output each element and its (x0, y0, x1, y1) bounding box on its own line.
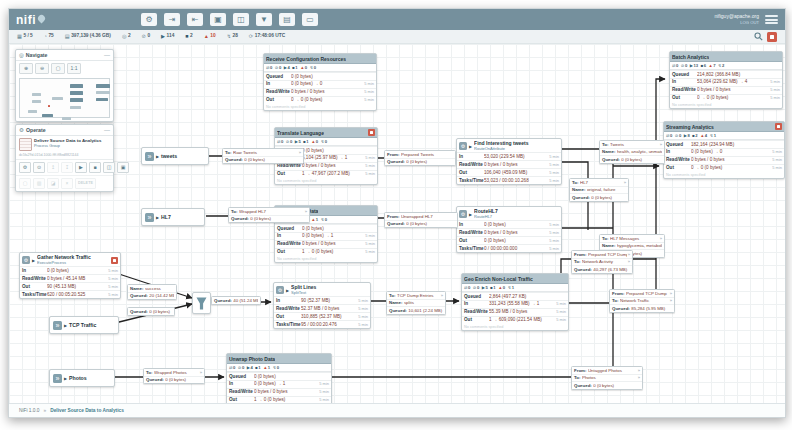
remote-process-group-tool[interactable]: ◫ (233, 13, 249, 26)
connection-label-success[interactable]: Name:successQueued:20 (14.42 MB) (127, 284, 177, 300)
zoom-in-button[interactable]: ⊕ (19, 63, 33, 74)
process-group-geo-enrich-non-local-traffic[interactable]: Geo Enrich Non-Local Traffic⇄0⊘0▶5■1▲0↯1… (461, 273, 569, 331)
nifi-logo[interactable]: nifi (16, 14, 45, 26)
go-to-component-icon[interactable]: » (628, 252, 630, 257)
go-to-component-icon[interactable]: » (628, 259, 630, 264)
go-to-component-icon[interactable]: » (638, 368, 640, 373)
zoom-actual-button[interactable]: 1:1 (67, 63, 81, 74)
header-right: nifiguy@apache.org LOG OUT (714, 13, 778, 25)
port-icon: » (53, 321, 62, 330)
process-group-stat-label: Queued (464, 294, 489, 300)
connection-label-tcp-queue[interactable]: Queued:0 (0 bytes) (127, 307, 175, 316)
process-group-stat-row: In0 (0 bytes) → 05 min (264, 80, 376, 88)
go-to-component-icon[interactable]: » (200, 370, 202, 375)
process-group-stat-label: Read/Write (666, 157, 691, 163)
processor-stat-period: 5 min (549, 170, 559, 175)
processor-tool[interactable]: ⚙ (141, 13, 157, 26)
template-create-button[interactable]: ▣ (117, 162, 129, 173)
connection-label-funnel-queue[interactable]: Queued:40 (51.24 MB) (211, 296, 261, 305)
processor-routehl7[interactable]: ⚙▶RouteHL7RouteHL7In0 (0 bytes)5 minRead… (456, 206, 562, 253)
connection-field-label: Queued: (146, 377, 164, 383)
go-to-component-icon[interactable]: » (305, 209, 307, 214)
template-tool[interactable]: ▤ (279, 13, 295, 26)
connection-label-untagged-photos[interactable]: From:Untagged Photos»To:Photos»Queued:0 … (571, 366, 643, 390)
connection-label-row: To:HL7» (570, 179, 628, 186)
output-port-tool[interactable]: ⇤ (187, 13, 203, 26)
processor-stat-row: Out0 (0 bytes)5 min (457, 236, 561, 244)
bulletin-indicator[interactable] (767, 32, 777, 42)
connection-label-raw-tweets[interactable]: To:Raw Tweets»Queued:0 (0 bytes) (222, 148, 304, 164)
input-port-hl7[interactable]: »▶HL7 (141, 208, 205, 226)
process-group-streaming-analytics[interactable]: Streaming Analytics⇄0⊘0▶8■2▲4↯1Queued182… (663, 121, 785, 179)
go-to-component-icon[interactable]: » (624, 180, 626, 185)
template-upload-button[interactable]: ◫ (103, 162, 115, 173)
processor-stat-label: Tasks/Time (459, 178, 484, 184)
run-state-icon: ▶ (64, 323, 67, 328)
connection-label-prepared-tweets[interactable]: From:Prepared TweetsQueued:0 (0 bytes) (384, 150, 456, 166)
birdseye-node (70, 84, 83, 88)
policies-button[interactable]: ⊙ (33, 162, 45, 173)
zoom-out-button[interactable]: ⊖ (35, 63, 49, 74)
connection-field-value: HL7 (580, 180, 623, 186)
search-button[interactable] (754, 32, 763, 41)
collapse-operate-button[interactable]: — (104, 127, 110, 133)
processor-gather-network-traffic[interactable]: ⚙▶Gather Network TrafficExecuteProcessIn… (19, 252, 121, 299)
connection-label-unwrapped-hl7[interactable]: From:Unwrapped HL7Queued:0 (0 bytes) (384, 212, 458, 228)
start-button[interactable]: ▶ (75, 162, 87, 173)
processor-stat-period: 5 min (549, 162, 559, 167)
input-port-tweets[interactable]: »▶tweets (141, 147, 209, 165)
process-group-receive-configuration-resources[interactable]: Receive Configuration Resources⇄0⊘0▶4■1▲… (263, 53, 377, 111)
go-to-component-icon[interactable]: » (299, 150, 301, 155)
funnel-tool[interactable]: ▼ (256, 13, 272, 26)
input-port-tcp-traffic[interactable]: »▶TCP Traffic (49, 316, 119, 334)
process-group-stat-label: In (672, 79, 697, 85)
bulletin-icon[interactable] (368, 129, 375, 136)
connection-field-label: Queued: (389, 308, 407, 314)
connection-label-wrapped-hl7[interactable]: To:Wrapped HL7»Queued:0 (0 bytes) (228, 207, 310, 223)
connection-label-network-traffic[interactable]: From:Prepared TCP Dump»To:Network Traffi… (609, 289, 675, 313)
run-state-icon: ▶ (286, 288, 289, 293)
process-group-tool[interactable]: ▣ (210, 13, 226, 26)
stop-button[interactable]: ■ (89, 162, 101, 173)
connection-label-network-activity[interactable]: From:Prepared TCP Dump»To:Network Activi… (571, 250, 633, 274)
go-to-component-icon[interactable]: » (670, 291, 672, 296)
go-to-component-icon[interactable]: » (660, 236, 662, 241)
process-group-stat-label: Out (277, 249, 302, 255)
connection-field-value: health, analytic, unmatched (617, 149, 662, 155)
go-to-component-icon[interactable]: » (441, 293, 443, 298)
bulletin-icon[interactable] (111, 257, 118, 264)
transmitting-remote-groups-icon: ◎ (122, 34, 127, 39)
connection-label-tcp-dump-entries[interactable]: To:TCP Dump Entries»Name:splitsQueued:10… (386, 291, 446, 315)
funnel[interactable] (192, 292, 211, 314)
connection-label-wrapped-photos[interactable]: To:Wrapped Photos»Queued:0 (0 bytes) (143, 368, 205, 384)
processor-stat-value: 0 bytes / 45.14 MB (47, 276, 106, 282)
go-to-component-icon[interactable]: » (660, 142, 662, 147)
collapse-navigate-button[interactable]: — (104, 52, 110, 58)
label-tool[interactable]: ▭ (302, 13, 318, 26)
flow-canvas[interactable]: Receive Configuration Resources⇄0⊘0▶4■1▲… (9, 44, 785, 403)
processor-stat-label: In (459, 222, 484, 228)
birdseye-minimap[interactable] (19, 78, 110, 118)
bulletin-icon[interactable] (775, 123, 782, 130)
transmitting-count: ⇄0 (277, 139, 283, 144)
processor-split-lines[interactable]: ⚙▶Split LinesSplitTextIn90 (52.37 MB)5 m… (273, 282, 371, 329)
logout-link[interactable]: LOG OUT (714, 20, 759, 25)
process-group-stat-value: 0 bytes / 0 bytes (254, 389, 317, 395)
process-group-batch-analytics[interactable]: Batch Analytics⇄0⊘0▶13■6▲7↯2Queued214,80… (669, 51, 783, 109)
go-to-component-icon[interactable]: » (670, 298, 672, 303)
input-port-tool[interactable]: ⇥ (164, 13, 180, 26)
connection-label-to-tweets[interactable]: To:Tweets»Name:health, analytic, unmatch… (599, 140, 665, 164)
zoom-fit-button[interactable]: ▢ (51, 63, 65, 74)
go-to-component-icon[interactable]: » (638, 375, 640, 380)
not-transmitting-remote-groups-value: 0 (147, 34, 150, 39)
processor-find-interesting-tweets[interactable]: ⚙▶Find Interesting tweetsRouteOnAttribut… (456, 138, 562, 185)
global-menu-button[interactable] (765, 15, 778, 24)
breadcrumb[interactable]: Deliver Source Data to Analytics (50, 408, 124, 413)
processor-stat-label: Tasks/Time (276, 322, 301, 328)
processor-stat-row: Out310,885 (52.37 MB)5 min (274, 312, 370, 320)
configuration-button[interactable]: ⚙ (19, 162, 31, 173)
input-port-photos[interactable]: »▶Photos (49, 369, 115, 387)
processor-stat-label: Tasks/Time (459, 246, 484, 252)
process-group-unwrap-photo-data[interactable]: Unwrap Photo Data⇄0⊘0▶4■1▲1↯0Queued0 (0 … (226, 353, 332, 403)
connection-label-to-hl7[interactable]: To:HL7»Name:original, failureQueued:0 (0… (569, 178, 629, 202)
